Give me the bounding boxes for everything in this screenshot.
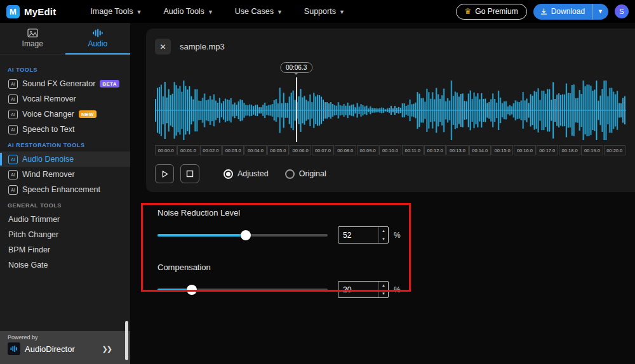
- sidebar-item-pitch-changer[interactable]: Pitch Changer: [0, 227, 130, 242]
- audiodirector-link[interactable]: AudioDirector ❯❯: [8, 342, 123, 355]
- ai-tool-icon: AI: [8, 94, 18, 104]
- slider-thumb[interactable]: [187, 285, 197, 295]
- ruler-label: 00:13.0: [446, 145, 468, 155]
- play-button[interactable]: [155, 164, 174, 183]
- denoise-controls: Noise Reduction Level 52 ▲ ▼ % Compens: [157, 208, 411, 298]
- stop-icon: [186, 170, 194, 178]
- ruler-label: 00:16.0: [514, 145, 535, 155]
- sidebar-item-speech-enhancement[interactable]: AI Speech Enhancement: [0, 182, 130, 197]
- ruler-label: 00:01.0: [177, 145, 199, 155]
- go-premium-button[interactable]: ♛ Go Premium: [456, 4, 527, 20]
- compensation-slider[interactable]: [157, 285, 328, 295]
- sidebar-scrollbar[interactable]: [125, 321, 128, 360]
- spin-up-button[interactable]: ▲: [379, 227, 388, 235]
- section-title-general-tools: GENERAL TOOLS: [0, 197, 130, 212]
- download-button[interactable]: Download: [533, 4, 592, 20]
- ruler-label: 00:02.0: [200, 145, 222, 155]
- user-avatar[interactable]: S: [615, 4, 629, 18]
- waveform-area[interactable]: 00:06.3: [155, 62, 626, 142]
- sidebar-item-audio-trimmer[interactable]: Audio Trimmer: [0, 212, 130, 227]
- item-label: Speech Enhancement: [22, 185, 100, 194]
- ruler-label: 00:07.0: [312, 145, 333, 155]
- tab-image[interactable]: Image: [0, 23, 65, 55]
- audiodirector-icon: [8, 342, 20, 355]
- section-title-ai-tools: AI TOOLS: [0, 62, 130, 76]
- ai-tool-icon: AI: [8, 155, 18, 164]
- ruler-label: 00:00.0: [155, 145, 177, 155]
- spin-down-button[interactable]: ▼: [379, 290, 388, 298]
- ai-tool-icon: AI: [8, 125, 18, 134]
- download-icon: [540, 8, 547, 15]
- ruler-label: 00:06.0: [290, 145, 311, 155]
- chevron-down-icon: ▼: [208, 9, 213, 15]
- item-label: Sound FX Generator: [22, 79, 95, 88]
- sidebar-item-sound-fx-generator[interactable]: AI Sound FX Generator BETA: [0, 76, 130, 91]
- radio-adjusted[interactable]: Adjusted: [224, 169, 269, 179]
- slider-fill: [157, 234, 246, 237]
- powered-by-label: Powered by: [8, 334, 123, 341]
- ruler-label: 00:20.0: [604, 145, 625, 155]
- slider-thumb[interactable]: [241, 230, 251, 240]
- ai-tool-icon: AI: [8, 110, 18, 119]
- nav-use-cases[interactable]: Use Cases ▼: [235, 7, 283, 16]
- nav-supports[interactable]: Supports ▼: [304, 7, 345, 16]
- ruler-label: 00:04.0: [244, 145, 266, 155]
- ruler-label: 00:18.0: [559, 145, 580, 155]
- image-icon: [27, 29, 38, 37]
- audio-waveform-icon: [92, 29, 103, 37]
- nav-audio-tools[interactable]: Audio Tools ▼: [163, 7, 213, 16]
- ai-tool-icon: AI: [8, 79, 18, 89]
- ruler-label: 00:14.0: [469, 145, 491, 155]
- spin-up-button[interactable]: ▲: [379, 282, 388, 290]
- item-label: Pitch Changer: [8, 230, 58, 239]
- main-content: ✕ sample.mp3 00:06.3 00:00.000:01.000:02…: [130, 23, 635, 364]
- close-file-button[interactable]: ✕: [155, 39, 171, 55]
- ruler-label: 00:11.0: [402, 145, 424, 155]
- radio-dot: [285, 169, 295, 179]
- myedit-logo[interactable]: M MyEdit: [6, 5, 56, 18]
- sidebar-item-speech-to-text[interactable]: AI Speech to Text: [0, 122, 130, 137]
- compensation-input[interactable]: 20 ▲ ▼: [338, 281, 389, 298]
- spin-down-button[interactable]: ▼: [379, 235, 388, 244]
- nav-image-tools[interactable]: Image Tools ▼: [90, 7, 142, 16]
- nav-label: Image Tools: [90, 7, 133, 16]
- audiodirector-label: AudioDirector: [25, 344, 75, 354]
- nav-label: Supports: [304, 7, 336, 16]
- compensation-value: 20: [338, 285, 378, 294]
- download-options-button[interactable]: ▼: [592, 4, 608, 20]
- ai-tool-icon: AI: [8, 170, 18, 179]
- sidebar-item-bpm-finder[interactable]: BPM Finder: [0, 242, 130, 257]
- myedit-logo-icon: M: [6, 5, 20, 18]
- item-label: Wind Remover: [22, 170, 75, 179]
- percent-unit: %: [394, 285, 401, 294]
- sidebar-item-vocal-remover[interactable]: AI Vocal Remover: [0, 91, 130, 107]
- tab-audio[interactable]: Audio: [65, 23, 131, 55]
- noise-reduction-input[interactable]: 52 ▲ ▼: [338, 226, 389, 244]
- playhead[interactable]: [296, 77, 297, 142]
- beta-badge: BETA: [100, 80, 119, 88]
- sidebar-item-noise-gate[interactable]: Noise Gate: [0, 257, 130, 273]
- radio-original[interactable]: Original: [285, 169, 326, 179]
- download-label: Download: [551, 7, 585, 16]
- play-icon: [161, 170, 169, 178]
- ai-tool-icon: AI: [8, 185, 18, 195]
- sidebar-item-wind-remover[interactable]: AI Wind Remover: [0, 167, 130, 182]
- stop-button[interactable]: [180, 164, 199, 183]
- double-chevron-icon: ❯❯: [102, 345, 123, 353]
- waveform-canvas[interactable]: [155, 79, 626, 142]
- ruler-label: 00:19.0: [581, 145, 603, 155]
- nav-label: Audio Tools: [163, 7, 204, 16]
- spinner: ▲ ▼: [378, 227, 388, 243]
- spinner: ▲ ▼: [378, 282, 388, 297]
- sidebar-item-audio-denoise[interactable]: AI Audio Denoise: [0, 152, 130, 167]
- caret-down-icon: ▼: [598, 8, 603, 15]
- time-ruler: 00:00.000:01.000:02.000:03.000:04.000:05…: [155, 145, 626, 155]
- noise-reduction-value: 52: [338, 231, 378, 240]
- noise-reduction-slider[interactable]: [157, 230, 328, 240]
- sidebar-item-voice-changer[interactable]: AI Voice Changer NEW: [0, 107, 130, 122]
- item-label: Audio Denoise: [22, 155, 74, 164]
- crown-icon: ♛: [465, 8, 472, 15]
- audio-player-panel: ✕ sample.mp3 00:06.3 00:00.000:01.000:02…: [146, 29, 635, 192]
- chevron-down-icon: ▼: [339, 9, 345, 15]
- item-label: Voice Changer: [22, 110, 74, 119]
